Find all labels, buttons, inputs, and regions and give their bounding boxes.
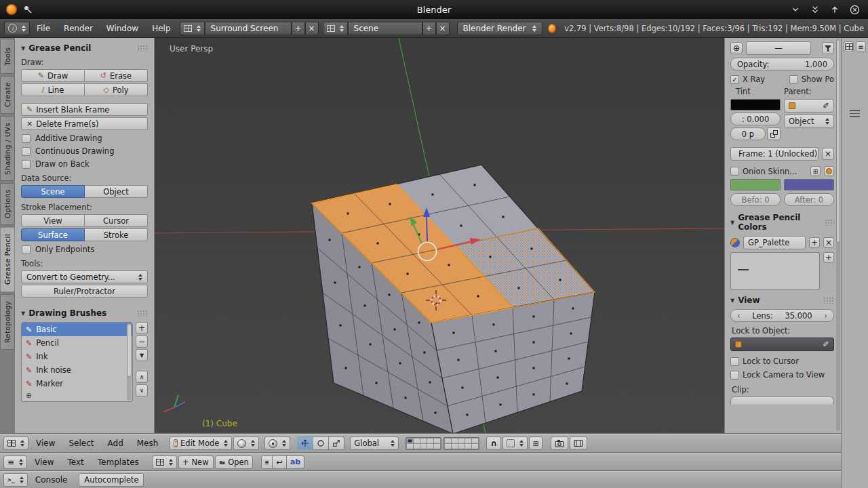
data-source-scene-button[interactable]: Scene xyxy=(21,185,85,198)
xray-checkbox[interactable]: ✓ xyxy=(730,75,739,84)
convert-to-geometry-dropdown[interactable]: Convert to Geometry... xyxy=(21,270,148,283)
tool-tab-options[interactable]: Options xyxy=(0,183,15,225)
snap-element-dropdown[interactable] xyxy=(502,436,528,450)
lens-slider[interactable]: ‹ Lens: 35.000 › xyxy=(730,309,834,322)
onion-grid-button[interactable]: ⊞ xyxy=(810,166,821,176)
tool-tab-tools[interactable]: Tools xyxy=(0,39,15,74)
onion-skin-checkbox[interactable] xyxy=(730,167,739,176)
manipulator-scale-button[interactable] xyxy=(329,436,344,450)
slider-left-arrow-icon[interactable]: ‹ xyxy=(737,311,741,321)
menu-text[interactable]: Text xyxy=(62,458,90,467)
layers-widget[interactable] xyxy=(406,437,479,450)
insert-blank-frame-button[interactable]: ✎ Insert Blank Frame xyxy=(21,103,148,116)
viewport-canvas[interactable] xyxy=(155,38,724,434)
text-open-button[interactable]: Open xyxy=(215,455,253,469)
brush-item-marker[interactable]: ✎ Marker xyxy=(22,377,132,390)
screen-add-button[interactable]: + xyxy=(292,22,305,35)
manipulator-translate-button[interactable] xyxy=(297,436,313,450)
menu-select[interactable]: Select xyxy=(62,439,100,448)
snap-magnet-button[interactable]: ∩ xyxy=(486,436,500,450)
n-panel-scrollbar[interactable] xyxy=(836,39,840,431)
erase-button[interactable]: ↺ Erase xyxy=(85,69,148,82)
menu-view[interactable]: View xyxy=(30,439,61,448)
menu-add[interactable]: Add xyxy=(102,439,130,448)
maximize-window-icon[interactable] xyxy=(830,5,840,14)
duplicate-frames-field[interactable]: 0 p xyxy=(730,127,766,140)
view-panel-header[interactable]: ▼ View xyxy=(730,296,834,305)
menu-console[interactable]: Console xyxy=(29,475,74,485)
brush-remove-button[interactable]: − xyxy=(136,336,148,348)
brush-item-basic[interactable]: ✎ Basic xyxy=(22,323,132,336)
word-wrap-toggle[interactable]: ↩ xyxy=(273,455,287,469)
thickness-field[interactable]: : 0.000 xyxy=(730,113,781,125)
lower-window-icon[interactable] xyxy=(810,5,820,14)
orientation-dropdown[interactable]: Global xyxy=(350,436,399,450)
parent-object-field[interactable]: ✐ xyxy=(784,99,834,113)
stroke-cursor-button[interactable]: Cursor xyxy=(85,214,148,227)
manipulator-z-arrow[interactable] xyxy=(427,217,427,241)
opengl-render-anim-button[interactable] xyxy=(570,436,587,450)
brush-item-ink-noise[interactable]: ✎ Ink noise xyxy=(22,363,132,377)
data-source-object-button[interactable]: Object xyxy=(85,185,148,198)
clip-start-field[interactable] xyxy=(730,396,834,405)
stroke-view-button[interactable]: View xyxy=(21,214,85,227)
editor-type-console-button[interactable]: >_ xyxy=(3,473,28,487)
stroke-surface-button[interactable]: Surface xyxy=(21,228,85,241)
menu-help[interactable]: Help xyxy=(145,24,177,33)
slider-right-arrow-icon[interactable]: › xyxy=(824,311,827,321)
poly-button[interactable]: ◇ Poly xyxy=(85,83,148,96)
opengl-render-button[interactable] xyxy=(551,436,568,450)
expand-region-icon[interactable] xyxy=(850,110,860,117)
draw-on-back-checkbox[interactable]: Draw on Back xyxy=(22,159,147,169)
show-points-checkbox[interactable] xyxy=(789,75,798,84)
only-endpoints-checkbox[interactable]: Only Endpoints xyxy=(22,245,147,254)
panel-drag-dots[interactable] xyxy=(823,297,834,304)
onion-before-color-swatch[interactable] xyxy=(730,179,781,190)
menu-window[interactable]: Window xyxy=(100,24,145,33)
screen-name-field[interactable]: Surround Screen xyxy=(205,22,292,35)
copy-frames-button[interactable] xyxy=(767,127,781,140)
editor-type-info-button[interactable]: i xyxy=(4,22,30,35)
opacity-slider[interactable]: Opacity:1.000 xyxy=(730,58,834,70)
mode-dropdown[interactable]: Edit Mode xyxy=(170,436,232,450)
tool-tab-create[interactable]: Create xyxy=(0,76,15,114)
snap-target-button[interactable]: ⊞ xyxy=(529,436,542,450)
menu-file[interactable]: File xyxy=(30,24,57,33)
layers-group-1[interactable] xyxy=(406,437,441,450)
editor-type-view3d-button[interactable] xyxy=(3,436,28,450)
text-browse-button[interactable] xyxy=(152,455,177,469)
palette-add-button[interactable]: + xyxy=(809,237,820,248)
viewport-shading-dropdown[interactable] xyxy=(233,436,259,450)
lock-object-field[interactable]: ✐ xyxy=(730,338,834,351)
3d-viewport[interactable]: User Persp (1) Cube xyxy=(155,38,724,434)
menu-render[interactable]: Render xyxy=(57,24,100,33)
gp-layer-field[interactable]: — xyxy=(746,41,811,55)
gp-layer-add-button[interactable]: ⊕ xyxy=(730,42,743,54)
panel-drag-dots[interactable] xyxy=(137,310,148,317)
pin-icon[interactable] xyxy=(23,5,33,14)
line-numbers-toggle[interactable]: ≡ xyxy=(261,455,273,469)
additive-drawing-checkbox[interactable]: Additive Drawing xyxy=(22,134,147,143)
text-new-button[interactable]: + New xyxy=(178,455,214,469)
syntax-highlight-toggle[interactable]: ab xyxy=(287,455,304,469)
screen-browse-button[interactable] xyxy=(180,22,205,35)
render-engine-dropdown[interactable]: Blender Render xyxy=(457,22,542,35)
brush-add-button[interactable]: + xyxy=(136,322,148,334)
palette-name-dropdown[interactable]: GP_Palette xyxy=(743,236,806,249)
brush-list-scrollbar[interactable] xyxy=(127,323,132,401)
brush-item-partial[interactable]: ⊕ xyxy=(22,390,132,400)
stroke-stroke-button[interactable]: Stroke xyxy=(85,228,148,241)
lock-camera-checkbox[interactable] xyxy=(730,371,739,380)
frames-before-slider[interactable]: Befo: 0 xyxy=(730,193,781,206)
gp-filter-button[interactable] xyxy=(822,42,834,54)
scene-unlink-button[interactable]: × xyxy=(436,22,450,35)
properties-tab-icon[interactable]: ≡ xyxy=(856,41,866,52)
menu-view[interactable]: View xyxy=(28,458,60,467)
pivot-point-dropdown[interactable] xyxy=(264,436,290,450)
brush-item-pencil[interactable]: ✎ Pencil xyxy=(22,336,132,350)
screen-unlink-button[interactable]: × xyxy=(305,22,319,35)
tool-tab-retopology[interactable]: Retopology xyxy=(0,294,15,350)
gp-colors-panel-header[interactable]: ▼ Grease Pencil Colors xyxy=(730,213,834,232)
brush-item-ink[interactable]: ✎ Ink xyxy=(22,350,132,363)
ruler-protractor-button[interactable]: Ruler/Protractor xyxy=(21,285,148,298)
